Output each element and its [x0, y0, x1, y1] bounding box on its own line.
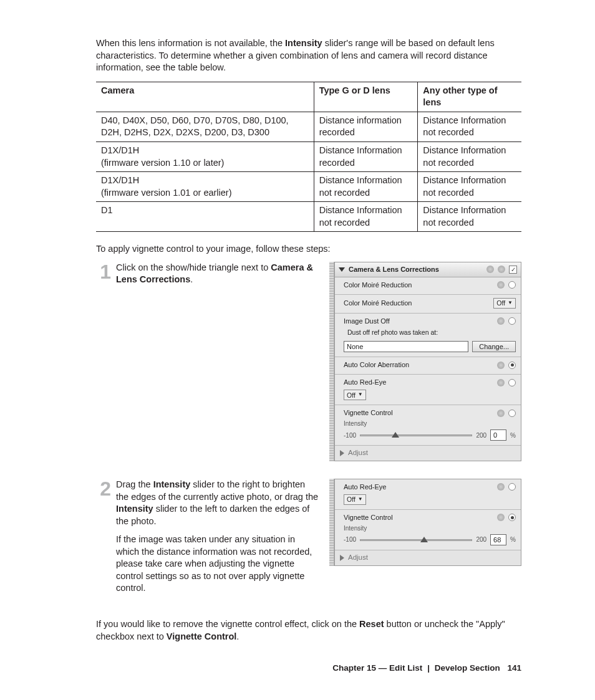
apply-checkbox[interactable]: ✓	[509, 266, 517, 274]
apply-radio[interactable]	[508, 514, 516, 521]
intensity-value-input[interactable]: 68	[490, 534, 506, 545]
step-number: 2	[96, 479, 111, 601]
slider-min: -100	[344, 431, 356, 440]
slider-max: 200	[476, 535, 486, 544]
step-2: 2 Drag the Intensity slider to the right…	[96, 479, 521, 601]
reset-icon[interactable]	[498, 266, 505, 273]
color-moire-label: Color Moiré Reduction	[344, 280, 493, 290]
slider-thumb-icon[interactable]	[392, 432, 399, 438]
auto-color-aberration-label: Auto Color Aberration	[344, 360, 493, 370]
reset-icon[interactable]	[497, 483, 505, 491]
intro-text: When this lens information is not availa…	[96, 38, 285, 48]
adjust-label: Adjust	[348, 553, 368, 563]
step2-text2: If the image was taken under any situati…	[116, 534, 319, 595]
panel-grip[interactable]	[329, 479, 334, 566]
slider-thumb-icon[interactable]	[420, 537, 428, 542]
vignette-label: Vignette Control	[344, 513, 493, 522]
table-row: D1 Distance Information not recorded Dis…	[96, 202, 521, 232]
reset-icon[interactable]	[497, 379, 505, 386]
dust-off-label: Image Dust Off	[344, 317, 493, 326]
step2-text1: Drag the Intensity slider to the right t…	[116, 479, 319, 527]
intensity-slider[interactable]	[360, 539, 472, 541]
chevron-down-icon: ▼	[358, 496, 363, 503]
th-gdlens: Type G or D lens	[314, 82, 418, 112]
vignette-label: Vignette Control	[344, 408, 493, 418]
footer-section: Develop Section	[435, 663, 500, 673]
disclosure-triangle-icon[interactable]	[339, 267, 345, 272]
th-otherlens: Any other type of lens	[418, 82, 521, 112]
dust-subtext: Dust off ref photo was taken at:	[344, 325, 516, 340]
step-1: 1 Click on the show/hide triangle next t…	[96, 262, 521, 461]
change-button[interactable]: Change...	[472, 341, 516, 353]
panel-header[interactable]: Camera & Lens Corrections ✓	[335, 262, 521, 277]
table-row: D1X/D1H (firmware version 1.01 or earlie…	[96, 172, 521, 202]
redeye-dropdown[interactable]: Off ▼	[344, 494, 366, 505]
th-camera: Camera	[96, 82, 314, 112]
slider-max: 200	[476, 431, 486, 440]
intensity-label: Intensity	[344, 420, 516, 428]
apply-radio[interactable]	[508, 379, 516, 386]
corrections-panel-2: Auto Red-Eye Off ▼ Vignette Control	[329, 479, 521, 566]
apply-radio[interactable]	[508, 410, 516, 417]
footer-divider: |	[427, 663, 430, 673]
chevron-down-icon: ▼	[508, 300, 513, 307]
intensity-slider[interactable]	[360, 434, 472, 436]
panel-title: Camera & Lens Corrections	[349, 265, 483, 274]
redeye-dropdown[interactable]: Off ▼	[344, 390, 366, 400]
adjust-section[interactable]: Adjust	[335, 550, 521, 565]
percent-label: %	[510, 535, 516, 544]
page-footer: Chapter 15 — Edit List | Develop Section…	[96, 663, 521, 674]
chevron-down-icon: ▼	[358, 391, 363, 398]
reset-icon[interactable]	[497, 317, 505, 325]
disclosure-triangle-icon[interactable]	[340, 450, 344, 456]
intensity-label: Intensity	[344, 524, 516, 533]
step-number: 1	[96, 262, 111, 292]
intensity-value-input[interactable]: 0	[490, 429, 506, 441]
page-number: 141	[507, 663, 521, 673]
apply-radio[interactable]	[508, 362, 516, 369]
reset-icon[interactable]	[497, 514, 505, 521]
dust-ref-input[interactable]: None	[344, 341, 468, 352]
reset-icon[interactable]	[497, 362, 505, 369]
closing-paragraph: If you would like to remove the vignette…	[96, 618, 521, 643]
auto-redeye-label: Auto Red-Eye	[344, 482, 493, 492]
table-row: D40, D40X, D50, D60, D70, D70S, D80, D10…	[96, 112, 521, 141]
apply-radio[interactable]	[508, 281, 516, 289]
adjust-label: Adjust	[348, 448, 368, 458]
table-row: D1X/D1H (firmware version 1.10 or later)…	[96, 141, 521, 171]
disclosure-triangle-icon[interactable]	[340, 555, 344, 561]
reset-icon[interactable]	[497, 410, 505, 417]
panel-grip[interactable]	[329, 262, 334, 461]
step1-text: Click on the show/hide triangle next to …	[116, 262, 319, 286]
link-icon[interactable]	[486, 266, 494, 273]
slider-min: -100	[344, 535, 356, 544]
apply-radio[interactable]	[508, 483, 516, 491]
adjust-section[interactable]: Adjust	[335, 446, 521, 461]
auto-redeye-label: Auto Red-Eye	[344, 378, 493, 387]
lens-compatibility-table: Camera Type G or D lens Any other type o…	[96, 82, 521, 233]
footer-chapter: Chapter 15 — Edit List	[332, 663, 422, 673]
follow-steps-text: To apply vignette control to your image,…	[96, 243, 521, 256]
corrections-panel: Camera & Lens Corrections ✓ Color Moiré …	[329, 262, 521, 461]
intro-paragraph: When this lens information is not availa…	[96, 37, 521, 74]
reset-icon[interactable]	[497, 281, 505, 289]
percent-label: %	[510, 431, 516, 440]
color-moire-label2: Color Moiré Reduction	[344, 299, 490, 308]
intensity-bold: Intensity	[285, 38, 322, 48]
apply-radio[interactable]	[508, 317, 516, 325]
moire-dropdown[interactable]: Off ▼	[493, 298, 516, 309]
